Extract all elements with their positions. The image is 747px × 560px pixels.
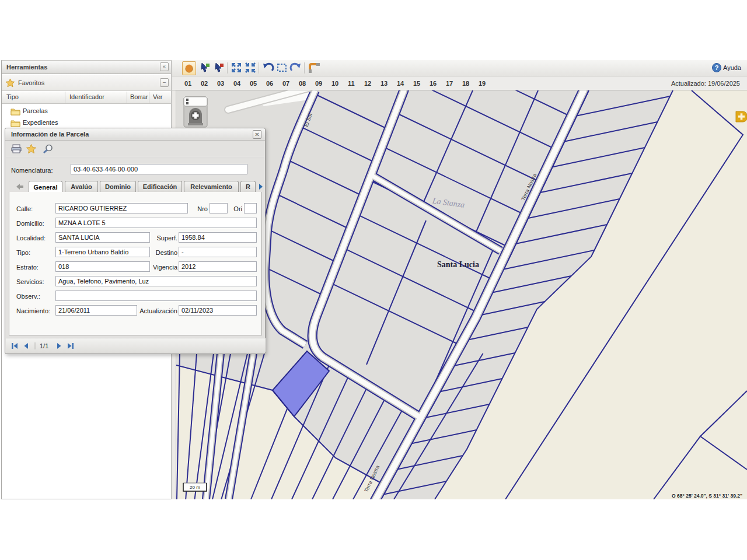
svg-text:O 68° 25' 24.0", S 31° 31' 39.: O 68° 25' 24.0", S 31° 31' 39.2" [672, 493, 742, 499]
svg-text:Santa Lucia: Santa Lucia [437, 260, 479, 269]
svg-text:?: ? [715, 64, 719, 71]
svg-text:20 m: 20 m [190, 485, 200, 490]
svg-text:1/1: 1/1 [40, 342, 48, 349]
